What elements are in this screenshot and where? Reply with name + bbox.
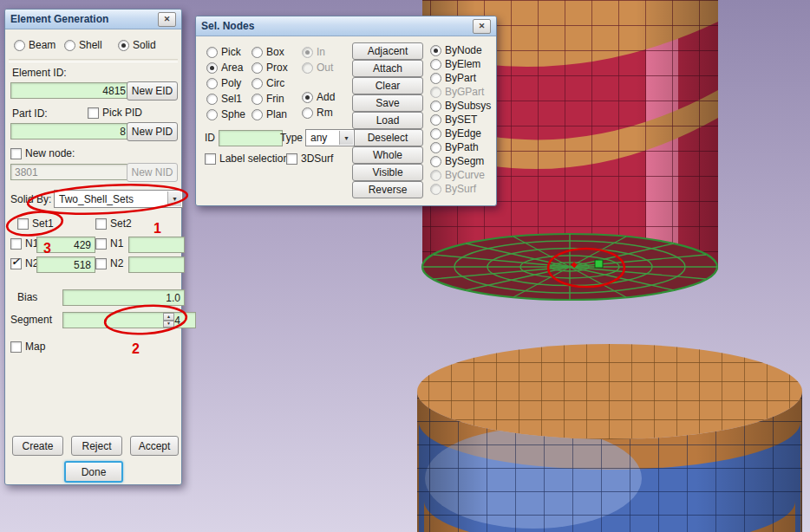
n2b-label: N2 [110,257,123,269]
element-generation-dialog: Element Generation ✕ Beam Shell Solid El… [4,9,182,485]
bias-field[interactable]: 1.0 [62,289,185,306]
n1b-checkbox[interactable]: N1 [95,237,123,250]
radio-dot-icon [430,45,441,56]
radio-out-label: Out [317,62,333,74]
deselect-button[interactable]: Deselect [352,129,423,146]
radio-bypart-label: ByPart [445,72,476,84]
radio-dot-icon [430,87,441,98]
radio-sphe-label: Sphe [221,108,245,120]
set2-checkbox[interactable]: Set2 [95,217,132,230]
radio-bypath-label: ByPath [445,141,479,153]
spin-up-icon[interactable]: ▲ [163,313,174,321]
radio-dot-icon [118,40,129,51]
type-label: Type [280,132,303,144]
solid-by-label: Solid By: [10,193,51,205]
radio-shell[interactable]: Shell [64,39,102,51]
solid-by-dropdown[interactable]: Two_Shell_Sets ▼ [54,190,183,208]
sel-nodes-titlebar[interactable]: Sel. Nodes ✕ [196,16,496,36]
id-field[interactable] [219,130,283,146]
chevron-down-icon[interactable]: ▼ [167,191,181,206]
surf3d-checkbox[interactable]: 3DSurf [286,152,333,165]
radio-solid[interactable]: Solid [118,39,156,51]
radio-dot-icon [430,128,441,139]
radio-byedge[interactable]: ByEdge [430,127,481,139]
n1-checkbox[interactable]: N1 [10,237,38,250]
radio-area[interactable]: Area [206,62,243,74]
close-icon[interactable]: ✕ [158,12,176,27]
radio-rm[interactable]: Rm [302,107,333,119]
n1b-field[interactable] [128,237,185,253]
spin-down-icon[interactable]: ▼ [163,321,174,328]
radio-sel1[interactable]: Sel1 [206,93,242,105]
radio-plan[interactable]: Plan [251,108,287,120]
accept-button[interactable]: Accept [130,436,179,456]
radio-dot-icon [430,142,441,153]
element-generation-titlebar[interactable]: Element Generation ✕ [5,10,181,29]
radio-dot-icon [64,40,75,51]
segment-stepper[interactable]: ▲ ▼ [163,313,174,328]
type-dropdown[interactable]: any ▼ [305,129,355,146]
radio-bysubsys[interactable]: BySubsys [430,100,491,112]
radio-rm-label: Rm [317,107,333,119]
radio-box[interactable]: Box [251,46,284,58]
create-button[interactable]: Create [12,436,63,456]
load-button[interactable]: Load [352,112,423,129]
radio-poly[interactable]: Poly [206,77,241,89]
checkbox-icon [205,153,216,165]
whole-button[interactable]: Whole [352,146,423,164]
radio-byset[interactable]: BySET [430,114,477,126]
radio-add[interactable]: Add [302,91,335,103]
radio-bynode[interactable]: ByNode [430,44,482,56]
checkbox-icon: ✓ [10,258,22,269]
new-node-field[interactable]: 3801 [10,164,129,180]
radio-bypath[interactable]: ByPath [430,141,479,153]
radio-solid-label: Solid [133,39,156,51]
reverse-button[interactable]: Reverse [352,181,423,198]
radio-pick[interactable]: Pick [206,46,241,58]
radio-sphe[interactable]: Sphe [206,108,245,120]
id-label: ID [205,132,215,144]
radio-circ[interactable]: Circ [251,77,284,89]
element-id-field[interactable]: 4815 [10,82,130,99]
n2-checkbox[interactable]: ✓N2 [10,257,38,269]
n1-field[interactable]: 429 [36,237,95,253]
radio-frin[interactable]: Frin [251,93,284,105]
radio-dot-icon [206,47,218,58]
radio-bypart[interactable]: ByPart [430,72,476,84]
attach-button[interactable]: Attach [352,60,423,77]
new-node-checkbox[interactable]: New node: [10,147,75,159]
n2b-field[interactable] [128,256,185,273]
radio-prox-label: Prox [266,62,288,74]
radio-dot-icon [251,109,263,120]
radio-dot-icon [430,184,441,195]
set1-checkbox[interactable]: Set1 [17,217,54,230]
label-selection-checkbox[interactable]: Label selection [205,152,289,165]
radio-byset-label: BySET [445,114,477,126]
segment-field[interactable]: 4 [62,312,196,328]
n2-field[interactable]: 518 [36,256,95,273]
map-checkbox[interactable]: Map [10,341,45,353]
visible-button[interactable]: Visible [352,164,423,181]
new-eid-button[interactable]: New EID [127,81,178,101]
n2b-checkbox[interactable]: N2 [95,257,123,269]
radio-bysegm[interactable]: BySegm [430,155,484,167]
done-button[interactable]: Done [64,461,123,483]
radio-bygpart-label: ByGPart [445,86,484,98]
clear-button[interactable]: Clear [352,77,423,94]
new-pid-button[interactable]: New PID [127,122,178,141]
radio-prox[interactable]: Prox [251,62,288,74]
part-id-field[interactable]: 8 [10,123,130,139]
chevron-down-icon[interactable]: ▼ [339,131,353,145]
radio-dot-icon [14,40,25,51]
adjacent-button[interactable]: Adjacent [352,42,423,60]
radio-beam[interactable]: Beam [14,39,56,51]
sel-nodes-dialog: Sel. Nodes ✕ Pick Area Poly Sel1 Sphe Bo… [195,16,497,206]
radio-in-label: In [317,46,325,58]
pick-pid-label: Pick PID [102,107,142,119]
radio-bysurf: BySurf [430,183,476,195]
reject-button[interactable]: Reject [71,436,122,456]
radio-byelem[interactable]: ByElem [430,58,480,70]
close-icon[interactable]: ✕ [473,19,491,34]
pick-pid-checkbox[interactable]: Pick PID [88,107,142,119]
save-button[interactable]: Save [352,94,423,112]
